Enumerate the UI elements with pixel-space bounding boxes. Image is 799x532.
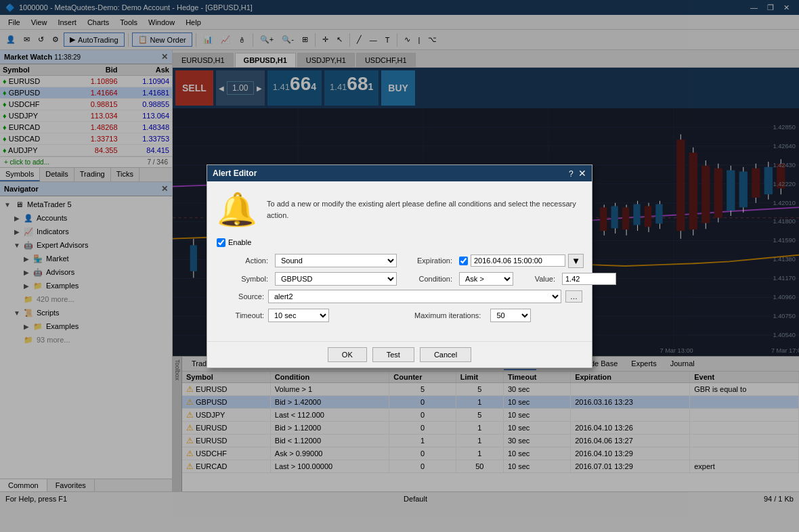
action-label: Action: [217,257,271,265]
enable-checkbox[interactable] [217,238,225,247]
modal-body: 🔔 To add a new or modify the existing al… [207,181,592,332]
modal-controls: ? ✕ [569,168,586,179]
enable-label: Enable [228,238,251,246]
value-label: Value: [517,275,558,283]
maxiter-select[interactable]: 50 10 100 [490,309,531,322]
modal-titlebar: Alert Editor ? ✕ [207,165,592,181]
modal-help-button[interactable]: ? [569,169,574,179]
source-row: Source: alert2 alert1 … [217,290,582,303]
source-browse-button[interactable]: … [565,290,582,303]
modal-enable-row: Enable [217,238,582,247]
value-input[interactable] [562,273,616,285]
form-row-1: Action: Sound Email Notification Alert E… [217,254,582,268]
expiry-row: ▼ [459,254,584,268]
condition-select[interactable]: Ask > Bid > Last > Ask < [459,272,513,286]
test-button[interactable]: Test [372,347,414,362]
symbol-label: Symbol: [217,275,271,283]
timeout-select[interactable]: 10 sec 30 sec 1 min 5 min [268,309,329,322]
modal-top: 🔔 To add a new or modify the existing al… [217,191,582,229]
modal-overlay: Alert Editor ? ✕ 🔔 To add a new or modif… [0,0,799,532]
source-select[interactable]: alert2 alert1 [268,290,561,303]
timeout-row: Timeout: 10 sec 30 sec 1 min 5 min Maxim… [217,309,582,322]
expiration-label: Expiration: [401,257,455,265]
modal-title: Alert Editor [213,169,257,178]
ok-button[interactable]: OK [328,347,367,362]
timeout-label: Timeout: [217,311,264,319]
expiry-calendar-button[interactable]: ▼ [568,254,584,268]
expiry-input[interactable] [471,254,565,267]
modal-message: To add a new or modify the existing aler… [267,191,582,229]
source-label: Source: [217,292,264,301]
symbol-select[interactable]: GBPUSD EURUSD USDJPY [275,272,397,286]
action-select[interactable]: Sound Email Notification Alert [275,254,397,267]
modal-close-button[interactable]: ✕ [578,168,586,179]
cancel-button[interactable]: Cancel [420,347,471,362]
form-row-2: Symbol: GBPUSD EURUSD USDJPY Condition: … [217,272,582,286]
alert-editor-modal: Alert Editor ? ✕ 🔔 To add a new or modif… [207,164,592,368]
bell-icon: 🔔 [217,191,257,229]
expiry-checkbox[interactable] [459,257,468,265]
condition-label: Condition: [401,275,455,283]
maxiter-label: Maximum iterations: [414,311,481,319]
modal-buttons: OK Test Cancel [207,341,592,368]
